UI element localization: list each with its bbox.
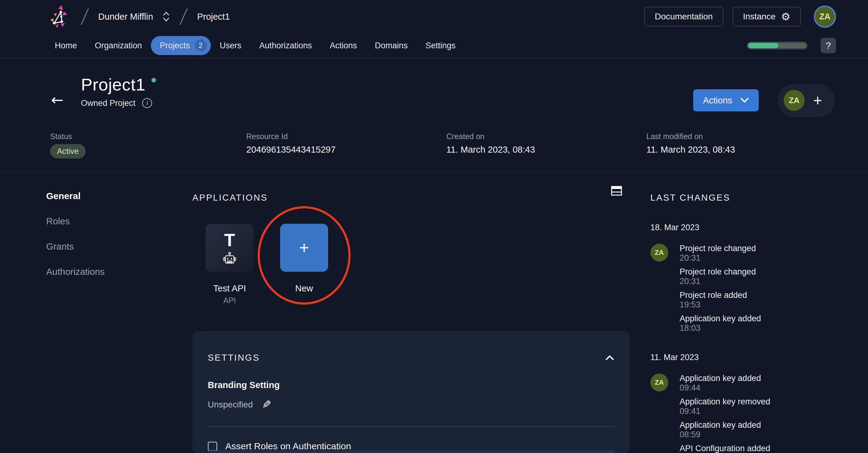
change-time: 19:53 bbox=[680, 300, 761, 310]
resource-id-label: Resource Id bbox=[246, 132, 336, 141]
page-title: Project1 bbox=[81, 74, 145, 95]
applications-heading: APPLICATIONS bbox=[192, 193, 268, 203]
change-time: 20:31 bbox=[680, 277, 761, 286]
change-entry[interactable]: Project role added 19:53 bbox=[680, 291, 761, 310]
actions-label: Actions bbox=[703, 95, 732, 105]
edit-pencil-icon[interactable]: ✎ bbox=[262, 398, 271, 411]
member-avatar-initials: ZA bbox=[789, 96, 800, 105]
tab-domains[interactable]: Domains bbox=[366, 37, 417, 55]
app-initial: T bbox=[224, 231, 235, 249]
change-action: Project role changed bbox=[680, 267, 761, 277]
created-on-value: 11. March 2023, 08:43 bbox=[446, 144, 535, 155]
change-action: Project role added bbox=[680, 291, 761, 300]
meta-resource-id: Resource Id 204696135443415297 bbox=[246, 132, 336, 155]
instance-label: Instance bbox=[743, 12, 776, 22]
project-members-pill: ZA + bbox=[777, 84, 835, 117]
branding-setting-value: Unspecified bbox=[208, 400, 253, 410]
tab-authorizations[interactable]: Authorizations bbox=[250, 37, 321, 55]
change-avatar: ZA bbox=[650, 244, 668, 262]
content-area: General Roles Grants Authorizations APPL… bbox=[0, 172, 868, 453]
change-entry[interactable]: API Configuration added 08:51 bbox=[680, 444, 770, 453]
actions-button[interactable]: Actions bbox=[693, 89, 759, 111]
change-avatar-initials: ZA bbox=[655, 379, 663, 387]
change-group-date: 18. Mar 2023 bbox=[650, 222, 847, 233]
breadcrumb-separator bbox=[180, 8, 188, 25]
meta-modified-on: Last modified on 11. March 2023, 08:43 bbox=[646, 132, 735, 155]
main-nav: Home Organization Projects 2 Users Autho… bbox=[0, 33, 868, 59]
change-entry[interactable]: Application key added 09:44 bbox=[680, 374, 770, 393]
breadcrumb-project[interactable]: Project1 bbox=[197, 12, 229, 22]
project-header: ← Project1 Owned Project i Actions ZA + … bbox=[0, 59, 868, 172]
application-card: T Test API API bbox=[206, 224, 254, 305]
tab-organization[interactable]: Organization bbox=[86, 37, 151, 55]
sidebar-item-general[interactable]: General bbox=[46, 191, 105, 201]
user-avatar[interactable]: ZA bbox=[814, 5, 836, 28]
change-entry[interactable]: Project role changed 20:31 bbox=[680, 244, 761, 263]
change-entry[interactable]: Application key added 18:03 bbox=[680, 314, 761, 333]
progress-fill bbox=[748, 43, 778, 48]
change-time: 09:41 bbox=[680, 407, 770, 416]
change-entry[interactable]: Application key added 08:59 bbox=[680, 420, 770, 440]
help-button[interactable]: ? bbox=[820, 38, 836, 53]
new-application-tile[interactable]: + bbox=[280, 224, 328, 272]
info-icon[interactable]: i bbox=[142, 98, 152, 108]
back-arrow-icon[interactable]: ← bbox=[51, 91, 63, 108]
change-avatar: ZA bbox=[650, 374, 668, 391]
change-time: 20:31 bbox=[680, 253, 761, 263]
change-action: Application key added bbox=[680, 420, 770, 430]
collapse-chevron-up-icon[interactable] bbox=[605, 355, 614, 361]
app-type: API bbox=[206, 296, 254, 305]
status-label: Status bbox=[50, 132, 86, 141]
change-time: 09:44 bbox=[680, 383, 770, 393]
change-action: Application key removed bbox=[680, 397, 770, 407]
change-action: Project role changed bbox=[680, 244, 761, 253]
assert-roles-label: Assert Roles on Authentication bbox=[225, 441, 351, 451]
change-entry[interactable]: Project role changed 20:31 bbox=[680, 267, 761, 286]
meta-status: Status Active bbox=[50, 132, 86, 159]
last-changes-panel: LAST CHANGES 18. Mar 2023 ZA Project rol… bbox=[650, 172, 847, 453]
applications-grid: T Test API API + bbox=[206, 224, 328, 305]
main-panel: APPLICATIONS T bbox=[192, 172, 630, 453]
top-bar: Dunder Mifflin Project1 Documentation In… bbox=[0, 0, 868, 33]
change-time: 08:59 bbox=[680, 430, 770, 440]
documentation-label: Documentation bbox=[655, 12, 713, 22]
sidebar-item-roles[interactable]: Roles bbox=[46, 216, 105, 226]
change-action: API Configuration added bbox=[680, 444, 770, 453]
instance-button[interactable]: Instance ⚙ bbox=[733, 7, 801, 27]
tab-actions[interactable]: Actions bbox=[321, 37, 366, 55]
tab-users[interactable]: Users bbox=[211, 37, 251, 55]
tab-projects-label: Projects bbox=[160, 41, 190, 51]
zitadel-logo-icon[interactable] bbox=[46, 4, 71, 29]
assert-roles-checkbox[interactable] bbox=[208, 442, 217, 451]
project-type-label: Owned Project bbox=[81, 98, 135, 108]
change-time: 18:03 bbox=[680, 323, 761, 333]
status-dot-icon bbox=[151, 78, 156, 83]
tab-settings[interactable]: Settings bbox=[416, 37, 464, 55]
projects-count-badge: 2 bbox=[195, 40, 207, 52]
breadcrumb-org[interactable]: Dunder Mifflin bbox=[98, 12, 153, 22]
info-glyph: i bbox=[146, 100, 148, 107]
sidebar-item-authorizations[interactable]: Authorizations bbox=[46, 266, 105, 277]
next-section-edge bbox=[208, 451, 614, 453]
change-entry[interactable]: Application key removed 09:41 bbox=[680, 397, 770, 416]
org-switcher-icon[interactable] bbox=[162, 11, 170, 23]
question-mark-icon: ? bbox=[826, 41, 831, 51]
last-changes-heading: LAST CHANGES bbox=[650, 193, 730, 203]
tab-home[interactable]: Home bbox=[46, 37, 86, 55]
modified-on-label: Last modified on bbox=[646, 132, 735, 141]
sidebar-item-grants[interactable]: Grants bbox=[46, 241, 105, 252]
application-tile-test-api[interactable]: T bbox=[206, 224, 254, 272]
table-view-icon[interactable] bbox=[611, 186, 622, 196]
breadcrumb-separator bbox=[81, 8, 89, 25]
change-action: Application key added bbox=[680, 374, 770, 383]
onboarding-progress-bar bbox=[747, 41, 808, 50]
change-action: Application key added bbox=[680, 314, 761, 323]
add-member-button[interactable]: + bbox=[813, 93, 822, 108]
member-avatar[interactable]: ZA bbox=[784, 90, 805, 111]
app-name: Test API bbox=[206, 284, 254, 294]
tab-projects[interactable]: Projects 2 bbox=[151, 36, 211, 55]
documentation-button[interactable]: Documentation bbox=[644, 7, 723, 27]
change-group: ZA Application key added 09:44 Applicati… bbox=[650, 374, 847, 453]
avatar-initials: ZA bbox=[819, 12, 831, 22]
branding-setting-label: Branding Setting bbox=[208, 380, 614, 390]
